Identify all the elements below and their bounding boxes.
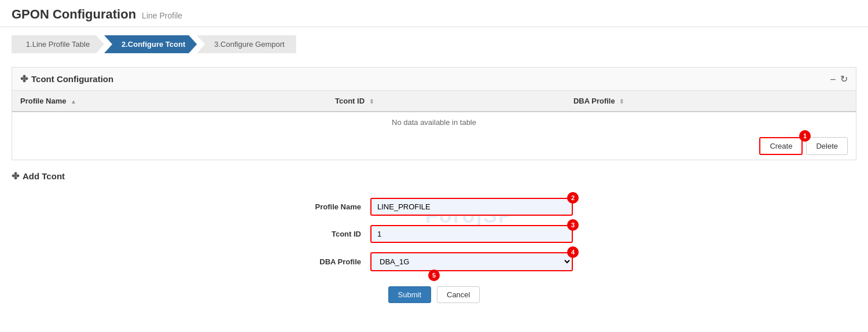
page-subtitle: Line Profile — [142, 11, 182, 20]
form-area: Foro|SP Profile Name 2 Tcont ID 3 DBA Pr… — [12, 186, 856, 315]
badge-4: 4 — [567, 246, 579, 258]
table-actions: 1 Create Delete — [12, 132, 856, 160]
tcont-config-panel: ✤ Tcont Configuration – ↻ Profile Name ▲… — [12, 67, 856, 160]
page-title: GPON Configuration — [12, 7, 136, 22]
dba-profile-label: DBA Profile — [295, 257, 370, 266]
panel-controls: – ↻ — [830, 73, 848, 84]
table-header-row: Profile Name ▲ Tcont ID ⇕ DBA Profile ⇕ — [12, 91, 856, 112]
minimize-button[interactable]: – — [830, 74, 836, 84]
add-tcont-icon: ✤ — [12, 171, 19, 182]
empty-message: No data available in table — [12, 112, 856, 132]
wizard-step-3[interactable]: 3.Configure Gemport — [197, 35, 296, 53]
dba-profile-row: DBA Profile DBA_1G DBA_512M DBA_256M 4 — [295, 252, 573, 271]
profile-name-input[interactable] — [370, 198, 573, 216]
badge-1: 1 — [799, 130, 811, 142]
wizard-step-1[interactable]: 1.Line Profile Table — [12, 35, 104, 53]
step3-box[interactable]: 3.Configure Gemport — [197, 35, 296, 53]
panel-title-text: Tcont Configuration — [31, 74, 113, 84]
profile-name-row: Profile Name 2 — [295, 198, 573, 216]
panel-header: ✤ Tcont Configuration – ↻ — [12, 68, 856, 91]
sort-icon-tcont: ⇕ — [369, 98, 374, 105]
col-dba-profile[interactable]: DBA Profile ⇕ — [565, 91, 856, 112]
create-button[interactable]: Create — [759, 137, 803, 155]
col-tcont-id[interactable]: Tcont ID ⇕ — [327, 91, 565, 112]
add-tcont-header: ✤ Add Tcont — [12, 166, 856, 186]
panel-title: ✤ Tcont Configuration — [20, 73, 113, 84]
sort-icon-dba: ⇕ — [619, 98, 624, 105]
puzzle-icon: ✤ — [20, 73, 28, 84]
add-tcont-title: Add Tcont — [23, 171, 65, 181]
col-profile-name[interactable]: Profile Name ▲ — [12, 91, 327, 112]
sort-icon-profile: ▲ — [71, 98, 76, 105]
tcont-id-row: Tcont ID 3 — [295, 225, 573, 243]
dba-profile-select[interactable]: DBA_1G DBA_512M DBA_256M — [370, 252, 573, 271]
profile-name-label: Profile Name — [295, 202, 370, 211]
tcont-id-label: Tcont ID — [295, 230, 370, 238]
cancel-button[interactable]: Cancel — [437, 286, 480, 303]
page-header: GPON Configuration Line Profile — [0, 0, 868, 27]
step1-box[interactable]: 1.Line Profile Table — [12, 35, 104, 53]
wizard-step-2[interactable]: 2.Configure Tcont — [104, 35, 197, 53]
refresh-button[interactable]: ↻ — [840, 73, 848, 84]
delete-button[interactable]: Delete — [806, 137, 848, 155]
tcont-table: Profile Name ▲ Tcont ID ⇕ DBA Profile ⇕ … — [12, 91, 856, 132]
add-tcont-panel: ✤ Add Tcont Foro|SP Profile Name 2 Tcont… — [12, 166, 856, 315]
submit-button[interactable]: Submit — [388, 286, 431, 303]
badge-2: 2 — [567, 192, 579, 204]
badge-5: 5 — [428, 270, 440, 281]
tcont-id-input[interactable] — [370, 225, 573, 243]
wizard-steps: 1.Line Profile Table 2.Configure Tcont 3… — [0, 27, 868, 61]
form-actions: 5 Submit Cancel — [388, 286, 480, 303]
badge-3: 3 — [567, 219, 579, 231]
empty-row: No data available in table — [12, 112, 856, 132]
step2-box[interactable]: 2.Configure Tcont — [104, 35, 197, 53]
